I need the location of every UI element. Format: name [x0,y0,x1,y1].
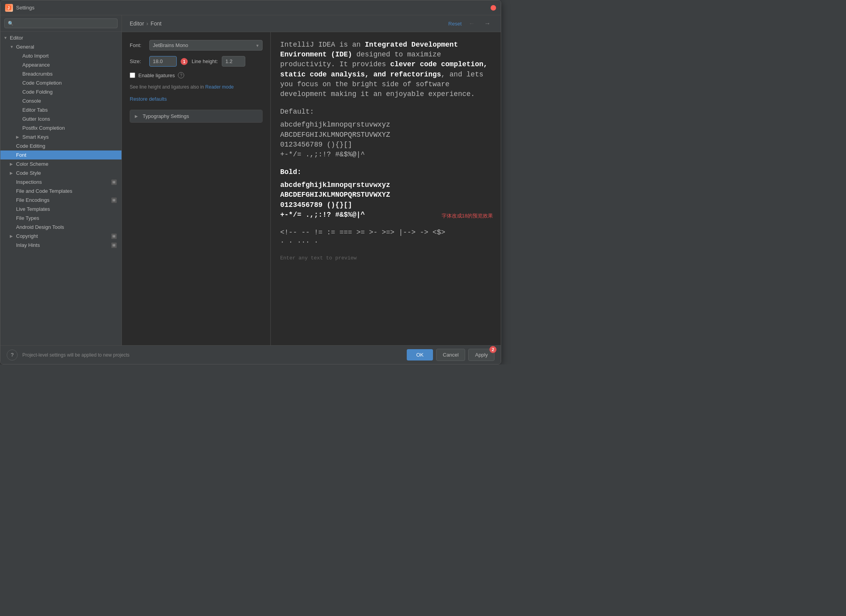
sidebar-item-color-scheme[interactable]: ▶ Color Scheme [0,159,121,168]
search-input[interactable] [16,20,114,26]
preview-bold-numbers: 0123456789 (){}[] [280,200,491,210]
sidebar-item-console[interactable]: Console [0,96,121,105]
sidebar-item-inlay-hints[interactable]: Inlay Hints ▤ [0,241,121,250]
sidebar-item-label: Gutter Icons [22,116,50,122]
search-icon: 🔍 [8,21,14,26]
sidebar-item-label: Code Editing [16,143,45,149]
preview-area: IntelliJ IDEA is an Integrated Developme… [271,32,501,345]
preview-intro: IntelliJ IDEA is an Integrated Developme… [280,40,491,99]
sidebar-item-code-editing[interactable]: Code Editing [0,141,121,150]
footer-hint: Project-level settings will be applied t… [22,352,402,358]
apply-button[interactable]: Apply 2 [468,349,495,361]
search-bar: 🔍 [0,15,121,32]
font-label: Font: [130,42,145,48]
preview-ligatures-section: <!-- -- != := === >= >- >=> |--> -> <$> … [280,228,491,247]
sidebar-item-label: File and Code Templates [16,188,72,194]
breadcrumb-parent: Editor [130,20,144,27]
sidebar-item-label: Android Design Tools [16,224,64,230]
expand-icon: ▼ [10,45,14,49]
sidebar-item-label: File Encodings [16,197,49,203]
sidebar-item-label: Editor [10,35,23,41]
cancel-button[interactable]: Cancel [436,349,465,361]
sidebar-item-code-folding[interactable]: Code Folding [0,87,121,96]
sidebar-item-font[interactable]: Font [0,150,121,159]
preview-bold-upper: ABCDEFGHIJKLMNOPQRSTUVWXYZ [280,190,491,200]
help-button[interactable]: ? [7,350,18,361]
sidebar-item-label: Inspections [16,179,42,185]
sidebar-item-label: Code Completion [22,80,62,86]
sidebar-item-editor[interactable]: ▼ Editor [0,33,121,42]
ligatures-checkbox[interactable] [130,72,135,78]
font-select-wrapper: JetBrains Mono Courier New Consolas Fira… [149,40,263,51]
typography-expand-icon: ▶ [135,114,139,118]
breadcrumb-separator: › [147,20,149,27]
close-button[interactable]: ✕ [491,5,496,11]
ligatures-row: Enable ligatures ? [130,72,263,78]
ok-button[interactable]: OK [407,349,433,361]
sidebar-item-label: Live Templates [16,206,50,212]
preview-intro-regular: IntelliJ IDEA is an [280,41,365,49]
footer-buttons: OK Cancel Apply 2 [407,349,495,361]
sidebar-item-label: Smart Keys [22,134,49,140]
sidebar-item-android-design-tools[interactable]: Android Design Tools [0,223,121,232]
hint-text: IntelliJ IDEA is an Integrated Developme… [130,84,263,91]
reader-mode-link[interactable]: Reader mode [205,84,234,90]
sidebar-item-label: Breadcrumbs [22,71,53,77]
sidebar-item-label: Code Style [16,170,41,176]
typography-header[interactable]: ▶ Typography Settings [130,110,262,122]
content-header: Editor › Font Reset ← → [122,15,501,32]
sidebar-item-label: Appearance [22,62,50,68]
back-button[interactable]: ← [466,19,477,28]
header-actions: Reset ← → [448,19,493,28]
content-area: Editor › Font Reset ← → Font: [122,15,501,345]
sidebar-item-label: Color Scheme [16,161,48,167]
sidebar-item-label: Code Folding [22,89,53,95]
sidebar-item-label: Font [16,152,26,158]
line-height-input[interactable] [222,56,245,67]
reset-link[interactable]: Reset [448,21,462,27]
sidebar-item-postfix-completion[interactable]: Postfix Completion [0,123,121,132]
font-select[interactable]: JetBrains Mono Courier New Consolas Fira… [149,40,263,51]
sidebar-item-auto-import[interactable]: Auto Import [0,51,121,60]
sidebar-item-general[interactable]: ▼ General [0,42,121,51]
copyright-badge: ▤ [111,234,117,239]
inlay-hints-badge: ▤ [111,243,117,248]
size-row: Size: 1 Line height: [130,56,263,67]
search-wrapper: 🔍 [4,18,118,28]
typography-section: ▶ Typography Settings [130,110,263,123]
sidebar-item-appearance[interactable]: Appearance [0,60,121,69]
sidebar-item-label: Console [22,98,41,104]
forward-button[interactable]: → [482,19,493,28]
preview-bold-section: Bold: abcdefghijklmnopqrstuvwxyz ABCDEFG… [280,167,491,220]
sidebar-item-breadcrumbs[interactable]: Breadcrumbs [0,69,121,78]
app-logo: J [5,4,13,12]
preview-ligatures-line: <!-- -- != := === >= >- >=> |--> -> <$> [280,228,491,237]
line-height-label: Line height: [192,58,218,64]
expand-icon: ▶ [16,135,21,139]
expand-icon: ▶ [10,162,14,166]
sidebar-item-inspections[interactable]: Inspections ▤ [0,178,121,187]
sidebar-item-editor-tabs[interactable]: Editor Tabs [0,105,121,114]
sidebar-item-copyright[interactable]: ▶ Copyright ▤ [0,232,121,241]
sidebar-item-gutter-icons[interactable]: Gutter Icons [0,114,121,123]
preview-default-upper: ABCDEFGHIJKLMNOPQRSTUVWXYZ [280,130,491,140]
help-icon[interactable]: ? [178,72,184,78]
expand-icon: ▶ [10,234,14,238]
sidebar-item-label: Inlay Hints [16,242,40,248]
sidebar-item-live-templates[interactable]: Live Templates [0,205,121,214]
sidebar-item-label: Postfix Completion [22,125,65,131]
title-bar: J Settings ✕ [0,0,501,15]
preview-bold-label: Bold: [280,167,491,177]
size-input[interactable] [149,56,177,67]
apply-badge: 2 [489,346,496,353]
sidebar-item-file-encodings[interactable]: File Encodings ▤ [0,196,121,205]
sidebar-item-file-types[interactable]: File Types [0,214,121,223]
sidebar-item-code-style[interactable]: ▶ Code Style [0,168,121,178]
sidebar-item-label: Copyright [16,233,38,239]
sidebar-item-file-code-templates[interactable]: File and Code Templates [0,187,121,196]
restore-defaults-link[interactable]: Restore defaults [130,96,167,102]
sidebar-item-smart-keys[interactable]: ▶ Smart Keys [0,132,121,141]
sidebar-item-code-completion[interactable]: Code Completion [0,78,121,87]
ligatures-label: Enable ligatures [138,72,175,78]
breadcrumb: Editor › Font [130,20,161,27]
